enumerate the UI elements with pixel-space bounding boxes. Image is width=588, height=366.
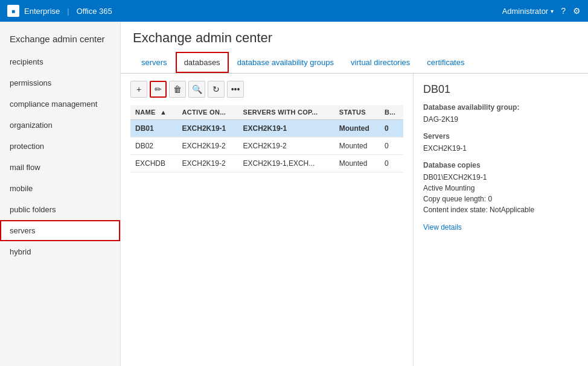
tab-virtual-directories[interactable]: virtual directories [342,52,418,73]
detail-dag-value: DAG-2K19 [423,114,578,125]
cell-status-2: Mounted [334,155,380,172]
page-header-area: Exchange admin center [0,27,120,51]
cell-name-2: EXCHDB [130,155,177,172]
cell-name-1: DB02 [130,137,177,155]
search-button[interactable]: 🔍 [188,81,205,98]
tab-databases[interactable]: databases [176,52,229,73]
detail-copy-status: Active Mounting [423,183,578,194]
detail-title: DB01 [423,83,578,96]
cell-active_on-0: EXCH2K19-1 [177,120,238,137]
sidebar-item-public-folders[interactable]: public folders [0,199,120,220]
detail-copies-label: Database copies [423,161,578,169]
add-button[interactable]: + [130,81,147,98]
col-active-on[interactable]: ACTIVE ON... [177,105,238,120]
tab-certificates[interactable]: certificates [418,52,473,73]
app-name-office[interactable]: Office 365 [77,7,112,16]
admin-chevron-icon: ▾ [551,8,554,14]
table-body: DB01EXCH2K19-1EXCH2K19-1Mounted0DB02EXCH… [130,120,403,172]
cell-b-1: 0 [380,137,403,155]
edit-button[interactable]: ✏ [150,81,167,98]
admin-label[interactable]: Administrator [502,7,549,16]
list-pane: + ✏ 🗑 🔍 ↻ ••• NAME ▲ ACTIVE ON... SERVER… [121,74,413,366]
sidebar-item-protection[interactable]: protection [0,136,120,157]
main-page-header: Exchange admin center [121,22,588,52]
delete-button[interactable]: 🗑 [169,81,186,98]
more-button[interactable]: ••• [227,81,244,98]
detail-dag-label: Database availability group: [423,103,578,112]
table-header: NAME ▲ ACTIVE ON... SERVERS WITH COP... … [130,105,403,120]
sidebar-item-hybrid[interactable]: hybrid [0,241,120,262]
app-name-enterprise[interactable]: Enterprise [24,7,60,16]
detail-dag-section: Database availability group: DAG-2K19 [423,103,578,125]
sidebar-item-permissions[interactable]: permissions [0,72,120,93]
topbar: ■ Enterprise | Office 365 Administrator … [0,0,588,22]
tab-servers[interactable]: servers [133,52,176,73]
sidebar-item-recipients[interactable]: recipients [0,51,120,72]
col-servers-with-cop[interactable]: SERVERS WITH COP... [238,105,334,120]
cell-servers_with_cop-2: EXCH2K19-1,EXCH... [238,155,334,172]
logo-text: ■ [11,8,15,14]
main-layout: Exchange admin center recipientspermissi… [0,22,588,366]
content-area: + ✏ 🗑 🔍 ↻ ••• NAME ▲ ACTIVE ON... SERVER… [121,74,588,366]
col-status[interactable]: STATUS [334,105,380,120]
cell-b-0: 0 [380,120,403,137]
toolbar: + ✏ 🗑 🔍 ↻ ••• [130,81,403,98]
table-row[interactable]: DB01EXCH2K19-1EXCH2K19-1Mounted0 [130,120,403,137]
refresh-button[interactable]: ↻ [208,81,225,98]
cell-name-0: DB01 [130,120,177,137]
detail-servers-label: Servers [423,132,578,140]
sidebar-item-compliance-management[interactable]: compliance management [0,93,120,115]
detail-copies-section: Database copies DB01\EXCH2K19-1 Active M… [423,161,578,215]
view-details-link[interactable]: View details [423,223,462,232]
sidebar-item-mobile[interactable]: mobile [0,178,120,199]
tab-bar: servers databases database availability … [121,52,588,74]
table-row[interactable]: DB02EXCH2K19-2EXCH2K19-2Mounted0 [130,137,403,155]
col-b[interactable]: B... [380,105,403,120]
cell-active_on-1: EXCH2K19-2 [177,137,238,155]
detail-servers-value: EXCH2K19-1 [423,143,578,154]
detail-servers-section: Servers EXCH2K19-1 [423,132,578,154]
detail-copy-queue: Copy queue length: 0 [423,194,578,204]
main-page-title: Exchange admin center [133,30,576,46]
topbar-separator: | [67,7,69,16]
sidebar: Exchange admin center recipientspermissi… [0,22,121,366]
detail-copy-index: Content index state: NotApplicable [423,204,578,215]
main-content: Exchange admin center servers databases … [121,22,588,366]
cell-servers_with_cop-1: EXCH2K19-2 [238,137,334,155]
detail-pane: DB01 Database availability group: DAG-2K… [413,74,588,366]
cell-active_on-2: EXCH2K19-2 [177,155,238,172]
table-row[interactable]: EXCHDBEXCH2K19-2EXCH2K19-1,EXCH...Mounte… [130,155,403,172]
admin-menu[interactable]: Administrator ▾ [502,7,554,16]
sort-arrow-icon: ▲ [160,109,167,116]
app-logo: ■ [7,5,19,17]
tab-dag[interactable]: database availability groups [229,52,342,73]
cell-status-1: Mounted [334,137,380,155]
detail-copy-name: DB01\EXCH2K19-1 [423,172,578,183]
databases-table: NAME ▲ ACTIVE ON... SERVERS WITH COP... … [130,105,403,172]
cell-servers_with_cop-0: EXCH2K19-1 [238,120,334,137]
cell-status-0: Mounted [334,120,380,137]
cell-b-2: 0 [380,155,403,172]
sidebar-item-servers[interactable]: servers [0,220,120,241]
topbar-left: ■ Enterprise | Office 365 [7,5,112,17]
sidebar-item-organization[interactable]: organization [0,115,120,136]
settings-icon[interactable]: ⚙ [573,6,581,16]
sidebar-nav: recipientspermissionscompliance manageme… [0,51,120,262]
page-title: Exchange admin center [10,34,110,44]
col-name[interactable]: NAME ▲ [130,105,177,120]
help-icon[interactable]: ? [561,6,566,16]
sidebar-item-mail-flow[interactable]: mail flow [0,157,120,178]
topbar-right: Administrator ▾ ? ⚙ [502,6,581,16]
